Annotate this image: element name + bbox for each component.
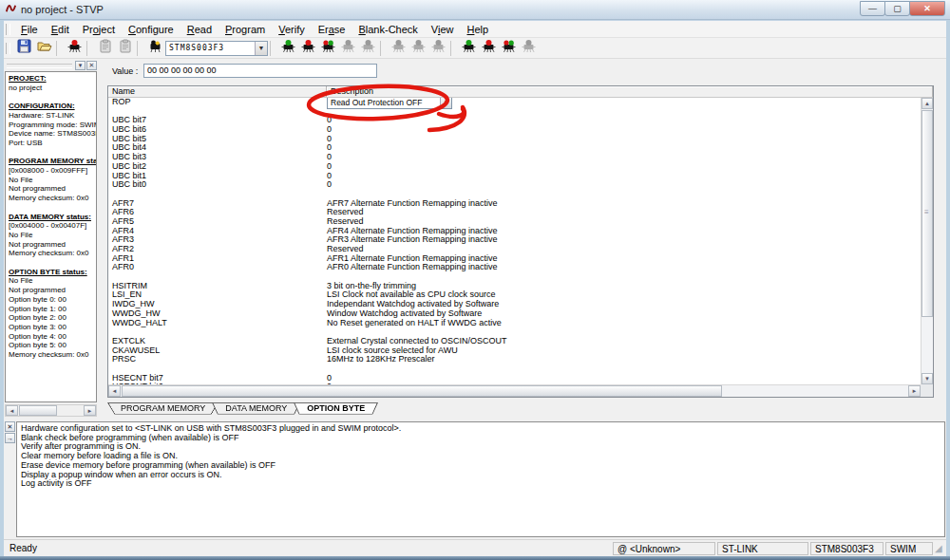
minimize-button[interactable]: — [860,1,885,16]
table-row[interactable]: IWDG_HWIndependant Watchdog activated by… [108,300,921,309]
table-row[interactable]: UBC bit00 [108,180,921,190]
table-row[interactable]: LSI_ENLSI Clock not available as CPU clo… [108,290,921,300]
read-all-button[interactable] [408,39,428,57]
window-border-bottom [0,556,950,560]
program-device-button[interactable] [459,39,479,57]
scroll-left-icon[interactable]: ◄ [6,405,18,416]
column-header-description[interactable]: Description [327,86,933,97]
verify-all-button[interactable] [428,39,448,57]
sidebar-status-line: Programming mode: SWIM [9,121,96,130]
blankcheck-tab-button[interactable] [358,39,378,57]
menu-help[interactable]: Help [460,23,495,36]
sidebar-status-line: Hardware: ST-LINK [9,111,96,121]
menu-read[interactable]: Read [180,23,218,36]
open-button[interactable] [34,39,54,57]
table-row[interactable]: UBC bit30 [108,153,921,162]
erase-tab-button[interactable] [338,39,358,57]
sidebar-status-line: [0x008000 - 0x009FFF] [9,166,96,176]
table-row[interactable]: WWDG_HWWindow Watchdog activated by Soft… [108,309,921,319]
sidebar-close-icon[interactable]: ✕ [86,61,97,70]
menu-configure[interactable]: Configure [122,23,180,36]
read-device-button[interactable] [479,39,499,57]
table-vscrollbar[interactable]: ▲ ▼ [921,98,933,384]
log-close-icon[interactable]: ✕ [5,421,15,432]
resize-grip[interactable]: ◢ [935,542,946,555]
log-pin-icon[interactable]: → [5,433,15,443]
table-row[interactable]: WWDG_HALTNo Reset generated on HALT if W… [108,319,921,328]
device-icon[interactable] [145,39,165,57]
program-tab-button[interactable] [278,39,298,57]
table-row[interactable]: AFR5Reserved [108,217,921,227]
status-pane-1: ST-LINK [717,542,808,555]
menu-program[interactable]: Program [218,23,272,36]
tab-label: PROGRAM MEMORY [121,403,205,413]
menu-erase[interactable]: Erase [312,23,352,36]
scroll-down-icon[interactable]: ▼ [922,373,933,384]
value-field[interactable]: 00 00 00 00 00 00 [143,64,377,78]
chevron-down-icon[interactable]: ▼ [255,42,267,55]
table-row[interactable]: AFR4AFR4 Alternate Function Remapping in… [108,227,921,236]
menu-view[interactable]: View [425,23,461,36]
menu-edit[interactable]: Edit [45,23,76,36]
table-row[interactable]: AFR1AFR1 Alternate Function Remapping in… [108,254,921,264]
tab-program-memory[interactable]: PROGRAM MEMORY [107,402,218,417]
table-row[interactable]: CKAWUSELLSI clock source selected for AW… [108,346,921,356]
table-vscroll-thumb[interactable] [922,110,933,317]
option-description: AFR7 Alternate Function Remapping inacti… [327,199,921,209]
verify-device-button[interactable] [499,39,519,57]
table-row[interactable]: UBC bit50 [108,135,921,144]
option-description: AFR0 Alternate Function Remapping inacti… [327,263,921,272]
table-row[interactable]: AFR6Reserved [108,208,921,217]
table-row[interactable]: EXTCLKExternal Crystal connected to OSCI… [108,337,921,346]
configure-device-button[interactable] [65,39,85,57]
sidebar-menu-button[interactable]: ▾ [75,61,86,70]
table-row[interactable]: UBC bit20 [108,162,921,172]
sidebar-hscrollbar[interactable]: ◄ ► [5,404,97,417]
scroll-up-icon[interactable]: ▲ [922,98,933,109]
scroll-right-icon[interactable]: ► [908,385,921,397]
save-button[interactable] [14,39,34,57]
table-row[interactable]: HSECNT bit70 [108,374,921,383]
scroll-left-icon[interactable]: ◄ [108,385,121,397]
table-row[interactable]: HSITRIM3 bit on-the-fly trimming [108,282,921,291]
device-select[interactable]: STM8S003F3▼ [165,41,268,56]
program-all-button[interactable] [389,39,408,57]
status-sidebar: PROJECT:no project CONFIGURATION:Hardwar… [5,71,97,402]
rop-dropdown[interactable]: Read Out Protection OFF▼ [327,98,452,109]
menu-blankcheck[interactable]: Blank-Check [352,23,424,36]
menu-project[interactable]: Project [76,23,122,36]
table-row[interactable]: AFR0AFR0 Alternate Function Remapping in… [108,263,921,272]
table-hscrollbar[interactable]: ◄ ► [108,384,921,397]
tab-option-byte[interactable]: OPTION BYTE [294,402,378,417]
scroll-right-icon[interactable]: ► [84,405,96,416]
table-row[interactable]: PRSC16MHz to 128KHz Prescaler [108,355,921,364]
sidebar-gripper[interactable] [7,64,72,68]
table-row[interactable]: UBC bit10 [108,172,921,181]
table-row[interactable]: AFR7AFR7 Alternate Function Remapping in… [108,199,921,209]
tab-data-memory[interactable]: DATA MEMORY [212,402,300,417]
read-tab-button[interactable] [298,39,318,57]
table-row[interactable]: UBC bit60 [108,125,921,135]
log-line: Display a popup window when an error occ… [21,471,944,480]
device-op-icon [411,39,426,57]
table-row[interactable]: AFR2Reserved [108,245,921,254]
copy-button[interactable] [95,39,115,57]
table-row[interactable]: UBC bit40 [108,143,921,153]
table-hscroll-thumb[interactable] [122,385,722,397]
column-header-name[interactable]: Name [108,86,327,97]
paste-button[interactable] [115,39,135,57]
auto-session-button[interactable] [519,39,539,57]
menu-verify[interactable]: Verify [272,23,312,36]
chevron-down-icon[interactable]: ▼ [440,98,451,108]
sidebar-hscroll-thumb[interactable] [19,405,57,416]
value-label: Value : [112,66,138,76]
maximize-button[interactable]: ▢ [884,1,910,16]
close-button[interactable]: ✕ [909,1,945,16]
sidebar-status-line: Memory checksum: 0x0 [9,249,96,258]
table-row[interactable]: AFR3AFR3 Alternate Function Remapping in… [108,235,921,245]
table-row[interactable]: ROPRead Out Protection OFF▼ [108,98,921,107]
menu-file[interactable]: File [14,23,45,36]
app-icon [5,1,17,18]
verify-tab-button[interactable] [318,39,338,57]
table-row[interactable]: UBC bit70 [108,116,921,125]
